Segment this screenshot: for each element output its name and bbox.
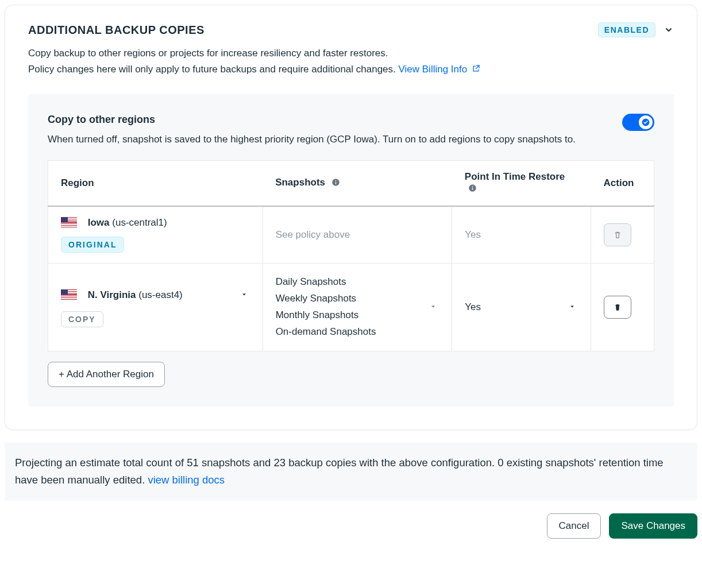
snapshot-item: Daily Snapshots [276,274,376,291]
region-line: N. Virginia (us-east4) [61,289,183,301]
table-row: Iowa (us-central1) ORIGINAL See policy a… [48,206,654,264]
col-region: Region [48,161,263,207]
col-snapshots: Snapshots [263,161,452,207]
pitr-select[interactable]: Yes [465,299,578,315]
billing-link-text: View Billing Info [399,64,468,75]
us-flag-icon [61,217,77,227]
add-region-button[interactable]: + Add Another Region [48,362,165,387]
region-cell: Iowa (us-central1) ORIGINAL [48,206,263,264]
caret-down-icon [569,303,576,310]
info-icon[interactable] [331,178,340,189]
estimate-bar: Projecting an estimate total count of 51… [5,443,697,501]
snapshot-item: Weekly Snapshots [276,291,376,307]
snapshot-item: Monthly Snapshots [276,307,376,324]
save-changes-button[interactable]: Save Changes [609,513,697,539]
region-cell: N. Virginia (us-east4) COPY [48,264,263,351]
original-badge: ORIGINAL [61,237,124,253]
action-cell [591,206,654,264]
trash-icon [613,230,622,239]
region-name: Iowa [88,217,110,228]
backup-copies-card: ADDITIONAL BACKUP COPIES ENABLED Copy ba… [5,5,697,430]
regions-panel-title: Copy to other regions [48,114,576,126]
col-snapshots-label: Snapshots [275,177,325,188]
enabled-badge: ENABLED [598,22,655,37]
region-name: N. Virginia [88,289,136,300]
external-link-icon [472,62,480,78]
col-pitr: Point In Time Restore [452,161,591,207]
us-flag-icon [61,289,77,300]
table-row: N. Virginia (us-east4) COPY Dai [48,264,654,351]
snapshots-select[interactable]: Daily Snapshots Weekly Snapshots Monthly… [276,274,439,341]
trash-icon [613,303,622,312]
snapshots-cell: See policy above [263,206,452,264]
pitr-cell: Yes [452,206,591,264]
card-title: ADDITIONAL BACKUP COPIES [28,24,205,37]
collapse-toggle[interactable] [664,25,674,35]
delete-region-button[interactable] [604,296,631,319]
region-code: (us-east4) [138,289,183,300]
footer-actions: Cancel Save Changes [5,513,697,541]
delete-region-button-disabled [604,223,631,246]
regions-panel: Copy to other regions When turned off, s… [28,94,674,407]
snapshot-item: On-demand Snapshots [276,324,376,341]
regions-table: Region Snapshots Point In Time Restore A [48,160,654,351]
copy-badge: COPY [61,311,103,327]
card-header: ADDITIONAL BACKUP COPIES ENABLED [28,22,674,37]
region-code: (us-central1) [112,217,167,228]
region-dropdown[interactable] [238,287,250,303]
card-desc-line2-text: Policy changes here will only apply to f… [28,64,399,75]
cancel-button[interactable]: Cancel [547,513,601,539]
svg-rect-5 [472,187,473,189]
regions-panel-header: Copy to other regions When turned off, s… [48,114,654,148]
pitr-value: Yes [465,301,481,313]
header-right: ENABLED [598,22,674,37]
svg-rect-2 [335,181,336,184]
pitr-dropdown-caret [566,299,578,315]
copy-regions-toggle[interactable] [622,114,654,131]
snapshot-list: Daily Snapshots Weekly Snapshots Monthly… [276,274,376,341]
pitr-cell: Yes [452,264,591,351]
caret-down-icon [430,303,437,310]
check-icon [642,118,650,126]
col-pitr-label: Point In Time Restore [465,171,565,182]
view-billing-docs-link[interactable]: view billing docs [148,474,225,486]
region-line: Iowa (us-central1) [61,217,250,229]
svg-rect-6 [472,186,473,187]
action-cell [591,264,654,351]
toggle-knob [639,115,653,129]
region-select-row: N. Virginia (us-east4) [61,287,250,303]
regions-panel-text: Copy to other regions When turned off, s… [48,114,576,148]
view-billing-info-link[interactable]: View Billing Info [399,64,480,75]
snapshots-dropdown-caret [427,299,439,315]
chevron-down-icon [664,25,673,34]
info-icon[interactable] [468,184,477,195]
card-desc-line2: Policy changes here will only apply to f… [28,61,674,78]
estimate-text: Projecting an estimate total count of 51… [15,457,664,486]
card-desc-line1: Copy backup to other regions or projects… [28,45,674,61]
svg-rect-3 [335,180,336,181]
caret-down-icon [241,291,248,298]
col-action: Action [591,161,654,207]
snapshots-cell: Daily Snapshots Weekly Snapshots Monthly… [263,264,452,351]
regions-panel-desc: When turned off, snapshot is saved to th… [48,131,576,148]
